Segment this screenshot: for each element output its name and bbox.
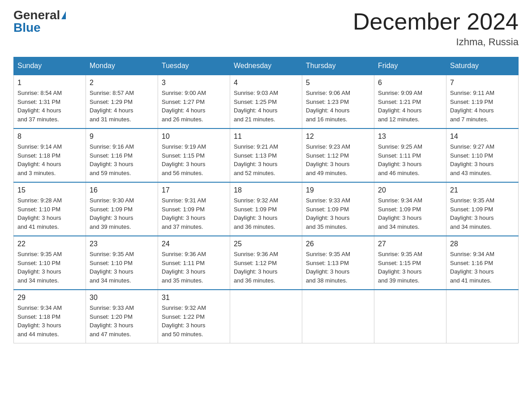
header-thursday: Thursday xyxy=(302,57,374,75)
day-info: Sunrise: 9:16 AMSunset: 1:16 PMDaylight:… xyxy=(90,142,154,177)
table-row: 25Sunrise: 9:36 AMSunset: 1:12 PMDayligh… xyxy=(230,236,302,290)
day-info: Sunrise: 9:35 AMSunset: 1:15 PMDaylight:… xyxy=(378,250,442,285)
day-info: Sunrise: 9:34 AMSunset: 1:09 PMDaylight:… xyxy=(378,196,442,231)
day-info: Sunrise: 9:19 AMSunset: 1:15 PMDaylight:… xyxy=(162,142,226,177)
day-info: Sunrise: 9:36 AMSunset: 1:12 PMDaylight:… xyxy=(234,250,298,285)
day-number: 26 xyxy=(306,240,370,248)
day-number: 11 xyxy=(234,133,298,141)
day-number: 9 xyxy=(90,133,154,141)
calendar-header-row: Sunday Monday Tuesday Wednesday Thursday… xyxy=(14,57,519,75)
day-number: 23 xyxy=(90,240,154,248)
calendar-week-row: 22Sunrise: 9:35 AMSunset: 1:10 PMDayligh… xyxy=(14,236,519,290)
table-row: 8Sunrise: 9:14 AMSunset: 1:18 PMDaylight… xyxy=(14,128,86,182)
header-friday: Friday xyxy=(374,57,446,75)
day-number: 10 xyxy=(162,133,226,141)
day-info: Sunrise: 9:35 AMSunset: 1:10 PMDaylight:… xyxy=(17,250,82,285)
day-number: 13 xyxy=(378,133,442,141)
table-row: 13Sunrise: 9:25 AMSunset: 1:11 PMDayligh… xyxy=(374,128,446,182)
table-row: 26Sunrise: 9:35 AMSunset: 1:13 PMDayligh… xyxy=(302,236,374,290)
table-row: 16Sunrise: 9:30 AMSunset: 1:09 PMDayligh… xyxy=(86,182,158,236)
day-number: 25 xyxy=(234,240,298,248)
table-row: 5Sunrise: 9:06 AMSunset: 1:23 PMDaylight… xyxy=(302,75,374,128)
day-number: 6 xyxy=(378,79,442,87)
table-row xyxy=(302,290,374,343)
day-info: Sunrise: 9:11 AMSunset: 1:19 PMDaylight:… xyxy=(450,89,515,124)
day-number: 31 xyxy=(162,294,226,302)
day-info: Sunrise: 9:31 AMSunset: 1:09 PMDaylight:… xyxy=(162,196,226,231)
day-number: 24 xyxy=(162,240,226,248)
day-info: Sunrise: 9:35 AMSunset: 1:09 PMDaylight:… xyxy=(450,196,515,231)
day-info: Sunrise: 9:25 AMSunset: 1:11 PMDaylight:… xyxy=(378,142,442,177)
logo: General Blue xyxy=(13,9,66,34)
day-info: Sunrise: 9:33 AMSunset: 1:20 PMDaylight:… xyxy=(90,304,154,338)
day-info: Sunrise: 9:34 AMSunset: 1:18 PMDaylight:… xyxy=(17,304,82,338)
table-row: 11Sunrise: 9:21 AMSunset: 1:13 PMDayligh… xyxy=(230,128,302,182)
header-wednesday: Wednesday xyxy=(230,57,302,75)
day-number: 1 xyxy=(17,79,82,87)
day-number: 7 xyxy=(450,79,515,87)
day-number: 28 xyxy=(450,240,515,248)
day-info: Sunrise: 9:21 AMSunset: 1:13 PMDaylight:… xyxy=(234,142,298,177)
day-info: Sunrise: 9:03 AMSunset: 1:25 PMDaylight:… xyxy=(234,89,298,124)
day-info: Sunrise: 9:00 AMSunset: 1:27 PMDaylight:… xyxy=(162,89,226,124)
day-info: Sunrise: 9:33 AMSunset: 1:09 PMDaylight:… xyxy=(306,196,370,231)
day-info: Sunrise: 9:14 AMSunset: 1:18 PMDaylight:… xyxy=(17,142,82,177)
table-row: 18Sunrise: 9:32 AMSunset: 1:09 PMDayligh… xyxy=(230,182,302,236)
day-number: 3 xyxy=(162,79,226,87)
day-number: 12 xyxy=(306,133,370,141)
table-row: 28Sunrise: 9:34 AMSunset: 1:16 PMDayligh… xyxy=(446,236,519,290)
day-number: 29 xyxy=(17,294,82,302)
table-row: 22Sunrise: 9:35 AMSunset: 1:10 PMDayligh… xyxy=(14,236,86,290)
table-row xyxy=(374,290,446,343)
day-number: 17 xyxy=(162,186,226,194)
table-row: 10Sunrise: 9:19 AMSunset: 1:15 PMDayligh… xyxy=(158,128,230,182)
header-sunday: Sunday xyxy=(14,57,86,75)
table-row: 23Sunrise: 9:35 AMSunset: 1:10 PMDayligh… xyxy=(86,236,158,290)
day-info: Sunrise: 8:54 AMSunset: 1:31 PMDaylight:… xyxy=(17,89,82,124)
logo-general-text: General xyxy=(13,9,60,21)
table-row: 12Sunrise: 9:23 AMSunset: 1:12 PMDayligh… xyxy=(302,128,374,182)
day-info: Sunrise: 9:23 AMSunset: 1:12 PMDaylight:… xyxy=(306,142,370,177)
table-row: 4Sunrise: 9:03 AMSunset: 1:25 PMDaylight… xyxy=(230,75,302,128)
header-monday: Monday xyxy=(86,57,158,75)
day-number: 16 xyxy=(90,186,154,194)
table-row xyxy=(230,290,302,343)
day-info: Sunrise: 9:35 AMSunset: 1:10 PMDaylight:… xyxy=(90,250,154,285)
day-number: 21 xyxy=(450,186,515,194)
day-number: 20 xyxy=(378,186,442,194)
month-title: December 2024 xyxy=(353,9,519,34)
header-tuesday: Tuesday xyxy=(158,57,230,75)
day-number: 30 xyxy=(90,294,154,302)
day-info: Sunrise: 9:27 AMSunset: 1:10 PMDaylight:… xyxy=(450,142,515,177)
table-row: 6Sunrise: 9:09 AMSunset: 1:21 PMDaylight… xyxy=(374,75,446,128)
day-number: 5 xyxy=(306,79,370,87)
table-row: 31Sunrise: 9:32 AMSunset: 1:22 PMDayligh… xyxy=(158,290,230,343)
calendar-week-row: 1Sunrise: 8:54 AMSunset: 1:31 PMDaylight… xyxy=(14,75,519,128)
day-info: Sunrise: 9:34 AMSunset: 1:16 PMDaylight:… xyxy=(450,250,515,285)
table-row: 30Sunrise: 9:33 AMSunset: 1:20 PMDayligh… xyxy=(86,290,158,343)
table-row: 21Sunrise: 9:35 AMSunset: 1:09 PMDayligh… xyxy=(446,182,519,236)
table-row: 27Sunrise: 9:35 AMSunset: 1:15 PMDayligh… xyxy=(374,236,446,290)
day-info: Sunrise: 9:06 AMSunset: 1:23 PMDaylight:… xyxy=(306,89,370,124)
page-header: General Blue December 2024 Izhma, Russia xyxy=(13,9,519,48)
table-row: 1Sunrise: 8:54 AMSunset: 1:31 PMDaylight… xyxy=(14,75,86,128)
day-number: 22 xyxy=(17,240,82,248)
day-number: 14 xyxy=(450,133,515,141)
table-row: 29Sunrise: 9:34 AMSunset: 1:18 PMDayligh… xyxy=(14,290,86,343)
day-info: Sunrise: 9:32 AMSunset: 1:22 PMDaylight:… xyxy=(162,304,226,338)
day-info: Sunrise: 9:35 AMSunset: 1:13 PMDaylight:… xyxy=(306,250,370,285)
location-text: Izhma, Russia xyxy=(353,36,519,48)
day-info: Sunrise: 9:32 AMSunset: 1:09 PMDaylight:… xyxy=(234,196,298,231)
table-row: 24Sunrise: 9:36 AMSunset: 1:11 PMDayligh… xyxy=(158,236,230,290)
table-row: 15Sunrise: 9:28 AMSunset: 1:10 PMDayligh… xyxy=(14,182,86,236)
table-row: 9Sunrise: 9:16 AMSunset: 1:16 PMDaylight… xyxy=(86,128,158,182)
day-number: 18 xyxy=(234,186,298,194)
day-info: Sunrise: 8:57 AMSunset: 1:29 PMDaylight:… xyxy=(90,89,154,124)
day-number: 27 xyxy=(378,240,442,248)
day-number: 19 xyxy=(306,186,370,194)
table-row: 14Sunrise: 9:27 AMSunset: 1:10 PMDayligh… xyxy=(446,128,519,182)
day-number: 15 xyxy=(17,186,82,194)
table-row xyxy=(446,290,519,343)
title-block: December 2024 Izhma, Russia xyxy=(353,9,519,48)
logo-triangle-icon xyxy=(61,11,66,19)
